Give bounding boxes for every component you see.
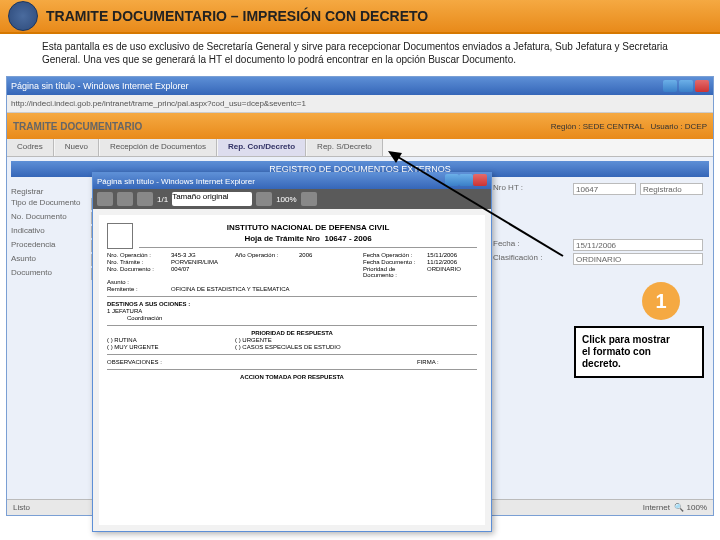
print-mode-select[interactable]: Tamaño original — [172, 192, 252, 206]
pdf-hoja: Hoja de Trámite Nro 10647 - 2006 — [107, 234, 477, 243]
indeci-logo — [8, 1, 38, 31]
window-controls[interactable] — [663, 80, 709, 92]
pdf-toolbar: 1/1 Tamaño original 100% — [93, 189, 491, 209]
banner-text: TRAMITE DOCUMENTARIO — [13, 121, 142, 132]
pdf-page: INSTITUTO NACIONAL DE DEFENSA CIVIL Hoja… — [99, 215, 485, 525]
tab-rep-con-decreto[interactable]: Rep. Con/Decreto — [218, 139, 306, 156]
pdf-viewer-window: Página sin título - Windows Internet Exp… — [92, 172, 492, 532]
tab-recepcion[interactable]: Recepción de Documentos — [100, 139, 217, 156]
maximize-icon — [679, 80, 693, 92]
slide-header: TRAMITE DOCUMENTARIO – IMPRESIÓN CON DEC… — [0, 0, 720, 34]
app-banner: TRAMITE DOCUMENTARIO Región : SEDE CENTR… — [7, 113, 713, 139]
banner-meta: Región : SEDE CENTRAL Usuario : DCEP — [551, 122, 707, 131]
pdf-titlebar: Página sin título - Windows Internet Exp… — [93, 173, 491, 189]
callout-text: Click para mostrar el formato con decret… — [574, 326, 704, 378]
nav-tabs: Codres Nuevo Recepción de Documentos Rep… — [7, 139, 713, 157]
tab-nuevo[interactable]: Nuevo — [55, 139, 99, 156]
page-nav-icon[interactable] — [137, 192, 153, 206]
right-form: Nro HT :10647Registrado Fecha :15/11/200… — [493, 181, 703, 267]
slide-title: TRAMITE DOCUMENTARIO – IMPRESIÓN CON DEC… — [46, 8, 428, 24]
institution-logo — [107, 223, 133, 249]
print-icon[interactable] — [97, 192, 113, 206]
minimize-icon — [663, 80, 677, 92]
close-icon — [695, 80, 709, 92]
callout-number: 1 — [642, 282, 680, 320]
address-bar[interactable]: http://indeci.indeci.gob.pe/intranet/tra… — [7, 95, 713, 113]
save-icon[interactable] — [117, 192, 133, 206]
tab-rep-sin-decreto[interactable]: Rep. S/Decreto — [307, 139, 383, 156]
zoom-out-icon[interactable] — [256, 192, 272, 206]
zoom-in-icon[interactable] — [301, 192, 317, 206]
tab-codres[interactable]: Codres — [7, 139, 54, 156]
pdf-institute: INSTITUTO NACIONAL DE DEFENSA CIVIL — [107, 223, 477, 232]
pdf-window-controls[interactable] — [445, 174, 487, 188]
ie-titlebar: Página sin título - Windows Internet Exp… — [7, 77, 713, 95]
ie-title-text: Página sin título - Windows Internet Exp… — [11, 81, 189, 91]
slide-description: Esta pantalla es de uso exclusivo de Sec… — [0, 34, 720, 72]
